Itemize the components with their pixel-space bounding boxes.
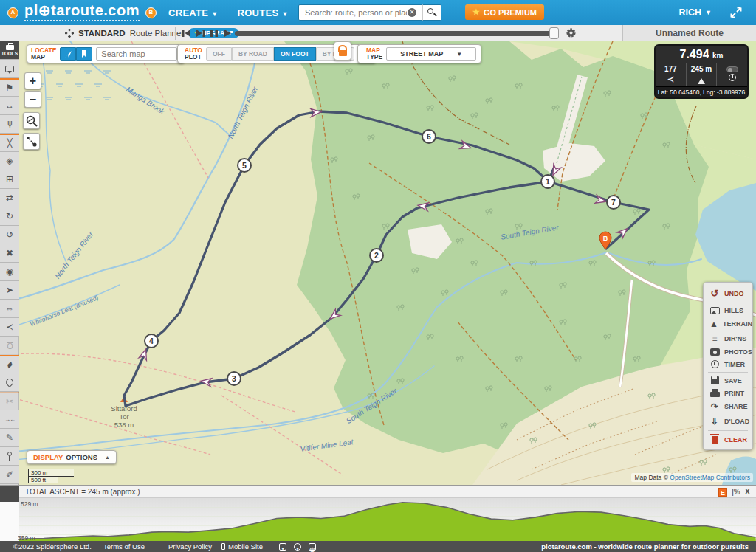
follow-roads-tool[interactable]: ➤ — [0, 281, 19, 300]
pole-marker-tool[interactable] — [0, 447, 19, 466]
move-point-tool[interactable]: ↔ — [0, 97, 19, 115]
route-name[interactable]: Unnamed Route — [622, 25, 756, 41]
eraser-tool-icon: ▰ — [4, 359, 16, 370]
crop-tool[interactable]: ⊞ — [0, 170, 19, 189]
comment-tool-icon — [5, 66, 14, 72]
reverse-route-tool[interactable]: ⇄ — [0, 189, 19, 207]
join-routes-tool[interactable]: →← — [0, 410, 19, 429]
planner-icon — [65, 29, 74, 38]
elevation-chart[interactable] — [19, 498, 756, 542]
print-button[interactable]: PRINT — [704, 387, 752, 399]
facebook-icon[interactable]: f — [279, 543, 286, 551]
share-point-tool[interactable]: ≺ — [0, 318, 19, 337]
bookmark-button[interactable] — [76, 47, 92, 61]
swap-section-tool[interactable]: ╳ — [0, 134, 19, 152]
elevation-close-button[interactable]: X — [745, 486, 750, 498]
elevation-units-badge[interactable]: E — [718, 488, 727, 497]
search-clear-icon[interactable]: ✕ — [408, 8, 416, 17]
plot-mode-off[interactable]: OFF — [206, 47, 232, 61]
milestone-tool[interactable]: ⚑ — [0, 78, 19, 97]
photos-button[interactable]: PHOTOS — [704, 346, 752, 358]
waypoint-2[interactable]: 2 — [370, 249, 383, 262]
privacy-link[interactable]: Privacy Policy — [168, 541, 212, 552]
mobile-site-link[interactable]: Mobile Site — [221, 541, 263, 552]
waypoint-1[interactable]: 1 — [541, 175, 554, 188]
display-options-button[interactable]: DISPLAY OPTIONS ▲ — [27, 450, 117, 464]
waypoint-4[interactable]: 4 — [145, 334, 158, 348]
playback-slider[interactable] — [235, 31, 552, 36]
dirns-button[interactable]: ≡DIR'NS — [704, 331, 752, 346]
site-logo[interactable]: A pl⊕taroute.com B — [7, 2, 157, 23]
locate-me-button[interactable] — [60, 47, 76, 61]
waypoint-6[interactable]: 6 — [422, 130, 436, 143]
delete-point-tool[interactable]: ✖ — [0, 244, 19, 263]
latlng-readout: Lat: 50.645460, Lng: -3.889976 — [656, 86, 747, 97]
map-search-input[interactable] — [96, 47, 177, 61]
collapse-screen-icon[interactable] — [729, 6, 743, 19]
menu-create[interactable]: CREATE▼ — [168, 7, 219, 18]
skip-end-button[interactable] — [195, 28, 205, 38]
pole-marker-tool-icon — [7, 452, 12, 456]
osm-link[interactable]: OpenStreetMap Contributors — [670, 474, 750, 481]
map-canvas[interactable]: Manga BrookNorth Teign RiverNorth Teign … — [0, 41, 756, 485]
pause-button[interactable] — [210, 28, 219, 38]
menu-routes[interactable]: ROUTES▼ — [238, 7, 289, 18]
comment-tool[interactable] — [0, 60, 19, 78]
drop-pin-tool[interactable] — [0, 373, 19, 392]
play-button[interactable] — [223, 28, 232, 38]
ascent-stat[interactable]: 245 m — [687, 63, 718, 86]
waypoint-tool[interactable]: ◉ — [0, 263, 19, 281]
elevation-percent-toggle[interactable]: |% — [732, 486, 740, 498]
rotate-route-tool[interactable]: ↻ — [0, 207, 19, 226]
hills-button[interactable]: HILLS — [704, 305, 752, 317]
instagram-icon[interactable]: ◎ — [309, 543, 316, 551]
dload-icon: ⇩ — [709, 416, 720, 427]
undo-button[interactable]: ↺UNDO — [704, 286, 752, 301]
search-button[interactable] — [422, 4, 441, 21]
popularity-stat[interactable]: 177 ≺ — [656, 63, 687, 86]
save-button[interactable]: SAVE — [704, 374, 752, 387]
divider — [175, 27, 176, 40]
split-route-tool[interactable]: ⋔ — [0, 115, 19, 134]
terrain-button[interactable]: ▲TERRAIN — [704, 317, 752, 331]
zoom-to-route-button[interactable] — [23, 112, 40, 129]
zoom-out-button[interactable]: − — [24, 91, 41, 108]
terms-link[interactable]: Terms of Use — [103, 541, 145, 552]
waypoint-7[interactable]: 7 — [607, 196, 620, 209]
freehand-draw-tool[interactable]: ✐ — [0, 466, 19, 484]
elevation-panel: TOTAL ASCENT = 245 m (approx.) E |% X 52… — [0, 485, 756, 541]
site-search-input[interactable] — [298, 4, 422, 21]
twitter-icon[interactable]: t — [294, 543, 301, 551]
out-and-back-tool[interactable]: ↺ — [0, 226, 19, 244]
timer-button[interactable]: TIMER — [704, 358, 752, 370]
plot-mode-on-foot[interactable]: ON FOOT — [274, 47, 316, 61]
edit-tool[interactable]: ✎ — [0, 429, 19, 447]
timer-toggle[interactable] — [726, 66, 738, 72]
lock-button[interactable] — [334, 41, 351, 61]
terrain-icon: ▲ — [709, 319, 718, 329]
waypoint-5[interactable]: 5 — [238, 159, 251, 172]
dload-button[interactable]: ⇩D'LOAD — [704, 414, 752, 429]
clear-button[interactable]: CLEAR — [704, 432, 752, 446]
plot-route-button[interactable] — [23, 133, 40, 150]
timer-stat[interactable] — [717, 63, 747, 86]
eraser-tool[interactable]: ▰ — [0, 355, 19, 373]
plotaroute-app: A pl⊕taroute.com B CREATE▼ROUTES▼HELP▼ ✕… — [0, 0, 756, 552]
settings-gear-icon[interactable] — [566, 27, 577, 38]
waypoint-3[interactable]: 3 — [227, 372, 241, 385]
skip-start-button[interactable] — [182, 28, 192, 38]
map-type-select[interactable]: STREET MAP▼ — [386, 47, 476, 61]
plot-mode-by-road[interactable]: BY ROAD — [232, 47, 274, 61]
share-button[interactable]: ↷SHARE — [704, 399, 752, 414]
measure-tool[interactable]: ⇔ — [0, 300, 19, 318]
playback-slider-handle[interactable] — [549, 27, 559, 39]
clear-icon — [709, 435, 720, 444]
user-menu[interactable]: RICH▼ — [679, 0, 712, 25]
go-premium-button[interactable]: ★ GO PREMIUM — [465, 4, 544, 20]
svg-text:6: 6 — [427, 132, 431, 141]
elevation-max-label: 529 m — [21, 500, 38, 508]
zoom-in-button[interactable]: + — [24, 72, 41, 89]
svg-text:7: 7 — [611, 198, 616, 207]
move-route-tool[interactable]: ◈ — [0, 152, 19, 170]
out-and-back-tool-icon: ↺ — [6, 230, 13, 240]
